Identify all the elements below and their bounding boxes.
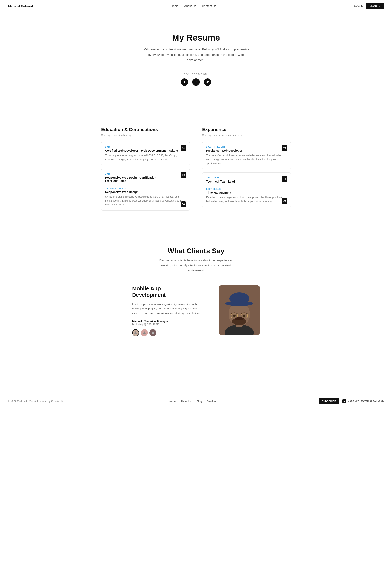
testimonial-avatars: [132, 329, 202, 336]
nav-links: Home About Us Contact Us: [171, 4, 216, 8]
made-with-icon: ▣: [342, 399, 346, 403]
testimonial-photo: [219, 285, 260, 335]
avatar-3[interactable]: [150, 329, 157, 336]
footer-link-service[interactable]: Service: [207, 400, 216, 403]
experience-column: Experience See my experience as a develo…: [202, 127, 291, 214]
footer-links: Home About Us Blog Service: [168, 399, 216, 403]
edu-icon-1: [180, 145, 186, 151]
nav-home[interactable]: Home: [171, 4, 178, 8]
nav-about[interactable]: About Us: [184, 4, 196, 8]
footer-link-home[interactable]: Home: [168, 400, 176, 403]
svg-rect-4: [283, 147, 286, 149]
svg-point-6: [284, 201, 285, 202]
education-card-2: 2015 Responsive Web Design Certification…: [101, 169, 190, 211]
exp-year-2: 2021 - 2023: [206, 176, 287, 179]
edu-year-1: 2016: [105, 145, 186, 148]
exp-subtitle2-2: Time Management: [206, 191, 287, 194]
brand-logo: Material Tailwind: [8, 4, 33, 8]
experience-title: Experience: [202, 127, 291, 132]
connect-label: CONNECT ME ON:: [4, 73, 388, 75]
nav-contact[interactable]: Contact Us: [202, 4, 216, 8]
education-subtitle: See my education history.: [101, 134, 190, 137]
footer-link-about[interactable]: About Us: [180, 400, 191, 403]
edu-title-2: Responsive Web Design Certification - Fr…: [105, 176, 186, 183]
exp-year-1: 2023 - PRESENT: [206, 145, 287, 148]
footer-copyright: © 2024 Made with Material Tailwind by Cr…: [8, 400, 66, 403]
testimonial-quote: I had the pleasure of working with Lily …: [132, 302, 202, 315]
hero-description: Welcome to my professional resume page! …: [142, 47, 250, 63]
svg-point-21: [233, 315, 235, 317]
testimonial-text: Mobile AppDevelopment I had the pleasure…: [132, 285, 202, 337]
facebook-icon[interactable]: [181, 78, 188, 86]
education-card-1: 2016 Certified Web Developer - Web Devel…: [101, 142, 190, 165]
testimonial-card: Mobile AppDevelopment I had the pleasure…: [118, 285, 274, 337]
github-icon[interactable]: [204, 78, 211, 86]
edu-desc-2: Skilled in creating responsive layouts u…: [105, 195, 186, 207]
experience-card-2: 2021 - 2023 Technical Team Lead Soft Ski…: [202, 172, 291, 207]
svg-point-2: [183, 175, 184, 175]
instagram-icon[interactable]: [192, 78, 200, 86]
svg-rect-0: [195, 81, 197, 83]
exp-desc-2: Excellent time management skills to meet…: [206, 196, 287, 203]
testimonials-intro: Discover what clients have to say about …: [157, 258, 235, 273]
exp-icon-1: [282, 145, 287, 151]
exp-desc-1: The core of my work involved actual web …: [206, 153, 287, 165]
experience-card-1: 2023 - PRESENT Freelancer Web Developer …: [202, 142, 291, 169]
subscribe-button[interactable]: SUBSCRIBE: [319, 398, 339, 404]
exp-icon-2b: [282, 198, 287, 204]
hero-section: My Resume Welcome to my professional res…: [0, 12, 392, 98]
social-icons: [4, 78, 388, 86]
exp-title-1: Freelancer Web Developer: [206, 149, 287, 152]
avatar-2[interactable]: [141, 329, 148, 336]
testimonial-author: Michael - Technical Manager: [132, 320, 202, 323]
navbar: Material Tailwind Home About Us Contact …: [0, 0, 392, 12]
edu-desc-1: This comprehensive program covered HTML5…: [105, 153, 186, 161]
hero-title: My Resume: [4, 33, 388, 43]
edu-subtitle2-2: Responsive Web Design: [105, 190, 186, 194]
login-button[interactable]: LOG IN: [354, 4, 363, 7]
edu-title-1: Certified Web Developer - Web Developmen…: [105, 149, 186, 152]
svg-point-9: [152, 332, 154, 333]
svg-point-7: [135, 332, 136, 333]
edu-icon-2b: [180, 201, 186, 207]
footer: © 2024 Made with Material Tailwind by Cr…: [0, 394, 392, 408]
testimonial-role: Marketing @ APPLE INC.: [132, 323, 202, 326]
svg-point-3: [183, 204, 184, 205]
exp-title-2: Technical Team Lead: [206, 180, 287, 183]
edu-year-2: 2015: [105, 172, 186, 175]
exp-icon-2: [282, 176, 287, 182]
education-column: Education & Certifications See my educat…: [101, 127, 190, 214]
footer-right: SUBSCRIBE ▣ MADE WITH MATERIAL TAILWIND: [319, 398, 384, 404]
testimonials-title: What Clients Say: [4, 247, 388, 255]
avatar-1[interactable]: [132, 329, 139, 336]
made-with: ▣ MADE WITH MATERIAL TAILWIND: [342, 399, 384, 403]
blocks-button[interactable]: BLOCKS: [366, 3, 384, 9]
testimonials-section: What Clients Say Discover what clients h…: [0, 230, 392, 349]
footer-link-blog[interactable]: Blog: [197, 400, 202, 403]
exp-tag-2: Soft Skills: [206, 188, 287, 190]
svg-point-20: [235, 317, 244, 320]
experience-subtitle: See my experience as a developer.: [202, 134, 291, 137]
svg-point-22: [243, 315, 245, 317]
testimonial-service: Mobile AppDevelopment: [132, 285, 202, 298]
edu-exp-section: Education & Certifications See my educat…: [95, 127, 297, 214]
edu-tag-2: Technical Skills: [105, 187, 186, 190]
svg-point-15: [229, 292, 249, 305]
navbar-actions: LOG IN BLOCKS: [354, 3, 384, 9]
education-title: Education & Certifications: [101, 127, 190, 132]
edu-icon-2: [180, 172, 186, 178]
svg-point-8: [144, 332, 145, 333]
svg-rect-5: [283, 178, 286, 180]
